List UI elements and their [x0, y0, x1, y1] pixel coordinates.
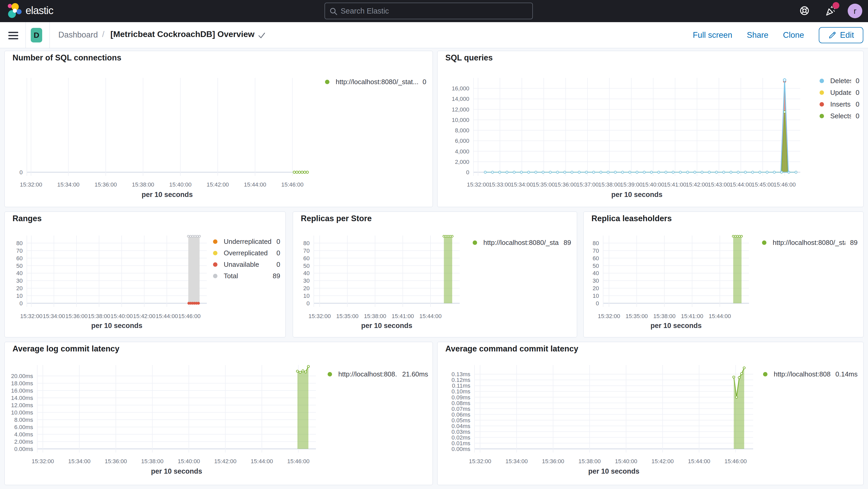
series-color-dot [819, 79, 824, 83]
svg-text:0: 0 [596, 300, 599, 307]
svg-text:15:38:00: 15:38:00 [653, 313, 676, 319]
svg-text:16,000: 16,000 [452, 85, 469, 92]
elastic-logo-icon[interactable] [7, 3, 23, 19]
legend-item: Underreplicated0 [213, 237, 280, 246]
svg-text:40: 40 [17, 270, 23, 276]
svg-text:15:44:00: 15:44:00 [688, 458, 710, 464]
legend-label: Overreplicated [224, 249, 272, 257]
svg-text:10: 10 [17, 293, 23, 299]
search-input[interactable] [340, 4, 529, 18]
svg-text:0: 0 [466, 169, 469, 176]
series-color-dot [819, 102, 824, 106]
svg-text:15:42:00: 15:42:00 [686, 181, 708, 188]
svg-text:15:38:00: 15:38:00 [88, 313, 111, 319]
divider [50, 22, 50, 48]
breadcrumb-dashboard[interactable]: Dashboard [57, 30, 99, 40]
dashboard-header-bar: D Dashboard / [Metricbeat CockroachDB] O… [0, 22, 868, 48]
panel-average-command-commit-latency: Average command commit latency 15:32:001… [437, 342, 864, 485]
svg-text:15:46:00: 15:46:00 [773, 181, 796, 188]
svg-text:15:37:00: 15:37:00 [576, 181, 599, 188]
clone-button[interactable]: Clone [783, 30, 804, 40]
chart-canvas[interactable]: 15:32:0015:34:0015:36:0015:38:0015:40:00… [5, 51, 433, 207]
series-color-dot [819, 114, 824, 118]
svg-text:15:44:00: 15:44:00 [730, 181, 752, 188]
svg-text:15:38:00: 15:38:00 [598, 181, 621, 188]
chart-canvas[interactable]: 15:32:0015:35:0015:38:0015:41:0015:44:00… [584, 212, 864, 338]
svg-text:15:36:00: 15:36:00 [65, 313, 88, 319]
svg-text:80: 80 [593, 240, 599, 246]
svg-text:15:32:00: 15:32:00 [32, 458, 54, 464]
svg-text:15:34:00: 15:34:00 [68, 458, 91, 464]
pencil-icon [828, 31, 836, 39]
notification-dot [833, 2, 839, 9]
svg-text:8.00ms: 8.00ms [14, 417, 33, 423]
svg-text:4.00ms: 4.00ms [14, 431, 33, 438]
legend-label: Deletes [830, 77, 851, 85]
svg-text:15:42:00: 15:42:00 [651, 458, 674, 464]
svg-text:15:36:00: 15:36:00 [542, 458, 564, 464]
newsfeed-button[interactable] [823, 4, 838, 18]
full-screen-button[interactable]: Full screen [693, 30, 732, 40]
chart-canvas[interactable]: 15:32:0015:34:0015:36:0015:38:0015:40:00… [5, 342, 433, 485]
global-search[interactable] [324, 3, 533, 19]
chart-canvas[interactable]: 15:32:0015:33:0015:34:0015:35:0015:36:00… [437, 51, 864, 207]
series-color-dot [762, 241, 767, 245]
legend-value: 0 [856, 89, 859, 97]
legend-label: Selects [830, 112, 851, 120]
series-color-dot [213, 239, 217, 244]
svg-text:15:46:00: 15:46:00 [287, 458, 310, 464]
svg-text:0.00ms: 0.00ms [452, 446, 470, 452]
legend-value: 21.60ms [402, 370, 428, 378]
share-button[interactable]: Share [747, 30, 769, 40]
svg-text:10.00ms: 10.00ms [11, 409, 33, 416]
chart-canvas[interactable]: 15:32:0015:34:0015:36:0015:38:0015:40:00… [437, 342, 864, 485]
svg-text:15:42:00: 15:42:00 [133, 313, 155, 319]
legend-label: Underreplicated [224, 238, 272, 246]
svg-text:15:38:00: 15:38:00 [141, 458, 163, 464]
legend-value: 89 [564, 239, 571, 247]
svg-text:15:36:00: 15:36:00 [554, 181, 577, 188]
legend-value: 0.14ms [835, 370, 858, 378]
divider [26, 22, 26, 48]
breadcrumb-separator: / [102, 29, 104, 39]
chart-canvas[interactable]: 15:32:0015:35:0015:38:0015:41:0015:44:00… [293, 212, 577, 338]
svg-text:60: 60 [593, 255, 599, 262]
help-button[interactable] [797, 4, 812, 18]
svg-text:70: 70 [17, 247, 23, 254]
svg-text:15:32:00: 15:32:00 [20, 313, 42, 319]
svg-text:0.12ms: 0.12ms [452, 377, 470, 383]
legend-label: http://localhost:8080/_sta... [483, 239, 559, 247]
svg-text:15:35:00: 15:35:00 [336, 313, 359, 319]
legend-value: 0 [277, 238, 280, 246]
legend-label: http://localhost:8080/_sta... [773, 239, 845, 247]
svg-text:15:44:00: 15:44:00 [156, 313, 178, 319]
svg-text:0: 0 [307, 300, 310, 307]
legend-item: Inserts0 [819, 99, 859, 109]
edit-button[interactable]: Edit [819, 27, 863, 43]
svg-text:0.10ms: 0.10ms [452, 388, 470, 395]
svg-text:50: 50 [593, 263, 599, 269]
svg-text:per 10 seconds: per 10 seconds [142, 191, 193, 198]
help-icon [798, 4, 811, 17]
user-avatar[interactable]: r [848, 4, 862, 18]
svg-text:0.04ms: 0.04ms [452, 423, 470, 429]
panel-sql-queries: SQL queries 15:32:0015:33:0015:34:0015:3… [437, 51, 864, 207]
legend-value: 89 [850, 239, 858, 247]
legend-label: Updates [830, 89, 851, 97]
legend-item: http://localhost:808...21.60ms [328, 369, 428, 379]
kibana-dashboard-app: elastic [0, 0, 868, 489]
svg-text:15:41:00: 15:41:00 [681, 313, 704, 319]
menu-button[interactable] [7, 28, 20, 42]
dashboard-app-badge[interactable]: D [31, 28, 42, 42]
svg-text:30: 30 [593, 277, 599, 284]
legend-value: 0 [277, 261, 280, 269]
svg-text:15:44:00: 15:44:00 [244, 181, 267, 188]
check-icon[interactable] [258, 32, 266, 39]
svg-text:18.00ms: 18.00ms [11, 380, 33, 387]
svg-text:60: 60 [303, 255, 310, 262]
legend-item: Deletes0 [819, 76, 859, 86]
legend-item: http://localhost:8080...0.14ms [763, 369, 858, 379]
brand-wordmark: elastic [26, 5, 53, 17]
svg-text:14.00ms: 14.00ms [11, 395, 33, 401]
svg-text:per 10 seconds: per 10 seconds [361, 322, 412, 330]
